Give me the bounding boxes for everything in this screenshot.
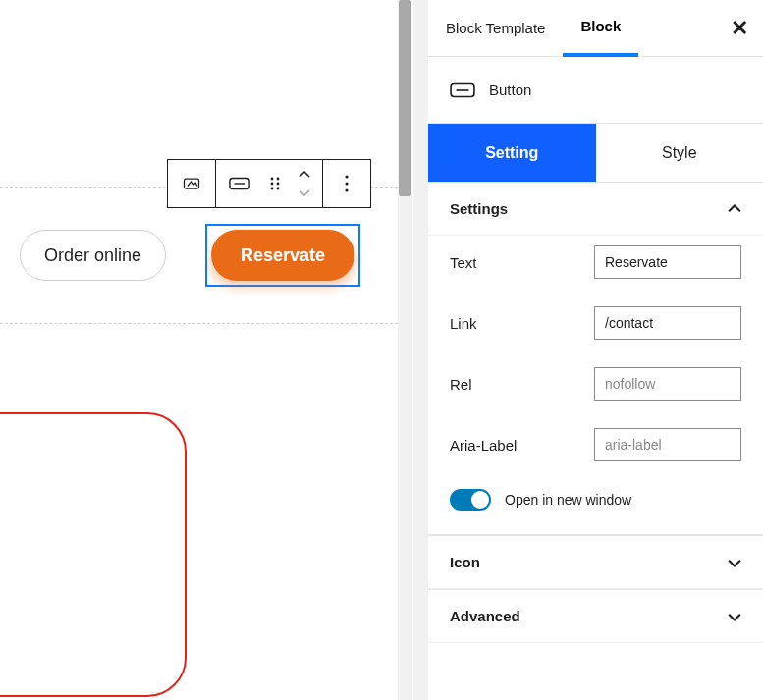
- more-options-button[interactable]: [329, 166, 364, 201]
- field-rel: Rel: [450, 367, 741, 401]
- tab-block[interactable]: Block: [563, 0, 638, 57]
- toggle-label: Open in new window: [505, 492, 631, 508]
- section-header-settings[interactable]: Settings: [428, 183, 763, 236]
- button-block-icon: [450, 82, 475, 98]
- button-block-icon: [229, 177, 250, 190]
- toggle-knob: [471, 491, 489, 509]
- link-input[interactable]: [594, 306, 741, 340]
- svg-point-5: [271, 183, 274, 186]
- field-label: Text: [450, 254, 576, 271]
- settings-sidebar: Block Template Block ✕ Button Setting St…: [427, 0, 763, 700]
- move-down-button[interactable]: [293, 185, 316, 200]
- section-header-icon[interactable]: Icon: [428, 535, 763, 589]
- button-order-online[interactable]: Order online: [20, 230, 166, 281]
- block-type-label: Button: [489, 81, 531, 98]
- block-toolbar: [167, 159, 371, 208]
- section-title: Settings: [450, 200, 508, 217]
- decorative-shape: [0, 412, 187, 697]
- chevron-up-icon: [299, 171, 310, 179]
- kebab-icon: [345, 175, 349, 192]
- open-new-window-toggle[interactable]: [450, 489, 491, 511]
- toolbar-group-more: [323, 159, 371, 208]
- subtab-style[interactable]: Style: [596, 124, 764, 182]
- section-title: Advanced: [450, 608, 520, 624]
- block-type-button[interactable]: [222, 166, 257, 201]
- selection-outline: Reservate: [205, 224, 360, 287]
- field-link: Link: [450, 306, 741, 340]
- sidebar-scrollbar[interactable]: [413, 0, 428, 700]
- field-label: Link: [450, 315, 576, 332]
- section-title: Icon: [450, 554, 480, 570]
- tab-block-template[interactable]: Block Template: [428, 0, 563, 57]
- section-header-advanced[interactable]: Advanced: [428, 589, 763, 643]
- close-sidebar-button[interactable]: ✕: [716, 5, 763, 52]
- toolbar-group-main: [216, 159, 323, 208]
- canvas-scrollbar[interactable]: [398, 0, 412, 700]
- svg-point-6: [277, 183, 280, 186]
- close-icon: ✕: [731, 16, 748, 41]
- aria-label-input[interactable]: [594, 428, 741, 461]
- parent-icon: [182, 174, 201, 193]
- svg-point-9: [345, 175, 348, 178]
- svg-point-11: [345, 188, 348, 191]
- select-parent-button[interactable]: [174, 166, 209, 201]
- drag-icon: [269, 176, 281, 191]
- chevron-down-icon: [728, 610, 741, 623]
- chevron-down-icon: [728, 556, 741, 569]
- svg-point-7: [271, 188, 274, 190]
- rel-input[interactable]: [594, 367, 741, 401]
- field-label: Aria-Label: [450, 437, 576, 454]
- block-type-header: Button: [428, 57, 763, 124]
- sidebar-subtabs: Setting Style: [428, 124, 763, 183]
- field-open-new-window: Open in new window: [450, 489, 741, 511]
- toolbar-group-parent: [167, 159, 216, 208]
- sidebar-tabs: Block Template Block ✕: [428, 0, 763, 57]
- move-up-button[interactable]: [293, 167, 316, 183]
- svg-point-3: [271, 178, 274, 181]
- chevron-down-icon: [299, 188, 310, 196]
- field-aria-label: Aria-Label: [450, 428, 741, 461]
- block-movers: [293, 167, 316, 200]
- svg-point-10: [345, 182, 348, 185]
- chevron-up-icon: [728, 202, 741, 216]
- text-input[interactable]: [594, 245, 741, 279]
- svg-point-8: [277, 188, 280, 190]
- button-reservate[interactable]: Reservate: [211, 230, 354, 281]
- field-text: Text: [450, 245, 741, 279]
- drag-handle[interactable]: [257, 166, 293, 201]
- editor-canvas[interactable]: Order online Reservate: [0, 0, 412, 700]
- scrollbar-thumb[interactable]: [399, 0, 411, 196]
- settings-fields: Text Link Rel Aria-Label Open in new win…: [428, 236, 763, 535]
- svg-point-4: [277, 178, 280, 181]
- field-label: Rel: [450, 376, 576, 393]
- subtab-setting[interactable]: Setting: [428, 124, 596, 182]
